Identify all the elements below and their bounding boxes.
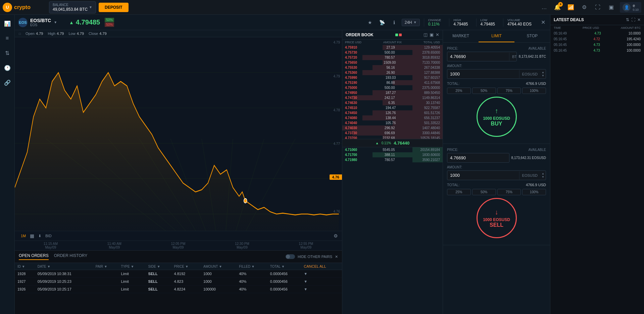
notifications-icon[interactable]: 🔔 8: [553, 3, 562, 12]
layout-icon[interactable]: ▣: [606, 3, 616, 12]
buy-pct-50[interactable]: 50%: [472, 88, 496, 94]
tab-stop[interactable]: STOP: [514, 30, 550, 42]
chart-type-bar-icon[interactable]: ▦: [28, 232, 36, 239]
ob-sell-row[interactable]: 4.74450 126.76 601.51726: [342, 110, 443, 115]
ob-sell-row[interactable]: 4.74040 105.76 501.33522: [342, 120, 443, 125]
buy-amount-arrows[interactable]: ▲▼: [540, 70, 546, 78]
logo[interactable]: U crypto: [3, 3, 46, 12]
table-row[interactable]: 1927 05/09/2019 10:25:23 Limit SELL 4.82…: [15, 278, 342, 285]
ld-expand-icon[interactable]: ⛶: [631, 17, 635, 22]
ob-sell-row[interactable]: 4.75000 500.00 2375.00000: [342, 85, 443, 90]
sell-pct-75[interactable]: 75%: [497, 189, 521, 195]
ld-sort-icon[interactable]: ⇅: [626, 17, 629, 22]
sidebar-item-history[interactable]: 🕐: [1, 62, 13, 74]
ob-sell-row[interactable]: 4.75730 500.00 2378.65000: [342, 50, 443, 55]
ob-sell-row[interactable]: 4.74030 296.92 1407.48040: [342, 125, 443, 130]
broadcast-icon[interactable]: 📡: [378, 18, 387, 27]
ob-sell-row[interactable]: 4.75530 56.16 267.04338: [342, 65, 443, 70]
ob-view-icon-1[interactable]: ◫: [424, 32, 428, 37]
buy-button[interactable]: ↑ 1000 EOSUSD BUY: [477, 97, 517, 137]
col-date[interactable]: DATE ▼: [35, 263, 93, 270]
nav-chevron-icon[interactable]: …: [539, 3, 549, 12]
order-expand-icon[interactable]: ▼: [301, 270, 342, 278]
list-item[interactable]: 05:16:49 4.73 10.0000: [550, 31, 644, 36]
ob-sell-row[interactable]: 4.74730 242.17 1149.86314: [342, 95, 443, 100]
user-area[interactable]: 👤 e 0.10: [620, 2, 641, 13]
ob-sell-row[interactable]: 4.74630 6.35 30.13740: [342, 100, 443, 105]
favorite-icon[interactable]: ★: [365, 18, 375, 27]
sell-amount-input[interactable]: [447, 171, 519, 180]
close-orders-icon[interactable]: ✕: [335, 255, 338, 259]
balance-section[interactable]: BALANCE 49,041,853.84 BTC ▼: [49, 1, 96, 13]
ob-sell-row[interactable]: 4.73730 696.69 3300.44846: [342, 130, 443, 136]
settings-icon[interactable]: ⚙: [580, 3, 589, 12]
chart-canvas[interactable]: 4.79 4.79 4.78 4.77 4.76 4.76 4.76: [15, 37, 342, 241]
tab-open-orders[interactable]: OPEN ORDERS: [19, 253, 49, 260]
ld-close-icon[interactable]: ✕: [637, 17, 641, 22]
info-icon[interactable]: ℹ: [390, 18, 399, 27]
ob-buy-row[interactable]: 4.71060 5545.05 20154.89184: [342, 147, 443, 152]
sell-price-input-wrap[interactable]: BTC ▲▼: [447, 153, 509, 163]
sidebar-item-list[interactable]: ≡: [1, 32, 13, 44]
ob-sell-row[interactable]: 4.75990 193.03 917.60157: [342, 75, 443, 80]
col-cancel-all[interactable]: CANCEL ALL: [301, 263, 342, 270]
sidebar-item-trade[interactable]: ⇅: [1, 47, 13, 59]
ob-sell-row[interactable]: 4.75360 26.90 127.88388: [342, 70, 443, 75]
buy-price-input-wrap[interactable]: BTC ▲▼: [447, 52, 517, 61]
sell-amount-input-wrap[interactable]: EOSUSD ▲▼: [447, 170, 546, 180]
list-item[interactable]: 05:16:45 4.73 100.0000: [550, 48, 644, 53]
ob-view-icon-2[interactable]: ▣: [430, 32, 434, 37]
cancel-all-button[interactable]: CANCEL ALL: [304, 264, 326, 268]
tab-order-history[interactable]: ORDER HISTORY: [54, 253, 88, 260]
col-price[interactable]: PRICE ▼: [171, 263, 201, 270]
tab-market[interactable]: MARKET: [443, 30, 479, 42]
ob-sell-row[interactable]: 4.74510 194.47 922.75587: [342, 105, 443, 110]
bid-label[interactable]: BID: [43, 233, 53, 239]
table-row[interactable]: 1928 05/09/2019 10:38:31 Limit SELL 4.81…: [15, 270, 342, 278]
ob-sell-row[interactable]: 4.75910 27.19 129.40554: [342, 45, 443, 50]
pair-selector[interactable]: EOS EOS/BTC EOS ▼: [18, 18, 65, 27]
buy-pct-100[interactable]: 100%: [522, 88, 546, 94]
balance-chevron-icon[interactable]: ▼: [89, 5, 92, 9]
timeframe-select[interactable]: 24H ▼: [402, 19, 420, 26]
chart-download-icon[interactable]: ⬇: [36, 233, 43, 239]
ob-sell-row[interactable]: 4.74080 138.44 656.31237: [342, 115, 443, 120]
ob-close-icon[interactable]: ✕: [436, 32, 439, 37]
tab-limit[interactable]: LIMIT: [479, 30, 514, 42]
sidebar-item-link[interactable]: 🔗: [1, 76, 13, 89]
signal-icon[interactable]: 📶: [566, 3, 576, 12]
chart-settings-icon[interactable]: ⚙: [334, 233, 338, 239]
hide-pairs-toggle[interactable]: [286, 254, 295, 259]
order-expand-icon[interactable]: ▼: [301, 278, 342, 285]
ob-buy-row[interactable]: 4.71980 780.57 3590.21027: [342, 157, 443, 162]
sell-amount-arrows[interactable]: ▲▼: [540, 171, 546, 179]
buy-price-input[interactable]: [447, 52, 509, 61]
sell-pct-100[interactable]: 100%: [522, 189, 546, 195]
ob-sell-row[interactable]: 4.75190 86.88 411.67568: [342, 80, 443, 85]
buy-amount-input[interactable]: [447, 69, 519, 78]
ob-sell-row[interactable]: 4.73700 2232.68 10576.18145: [342, 136, 443, 139]
sell-button[interactable]: ↓ 1000 EOSUSD SELL: [477, 198, 517, 238]
col-id[interactable]: ID ▼: [15, 263, 35, 270]
fullscreen-icon[interactable]: ⛶: [593, 3, 602, 12]
buy-pct-75[interactable]: 75%: [497, 88, 521, 94]
col-type[interactable]: TYPE ▼: [118, 263, 146, 270]
sidebar-item-chart[interactable]: 📊: [1, 17, 13, 30]
sell-pct-50[interactable]: 50%: [472, 189, 496, 195]
order-expand-icon[interactable]: ▼: [301, 285, 342, 293]
timeframe-1m-btn[interactable]: 1M: [19, 233, 28, 239]
buy-amount-input-wrap[interactable]: EOSUSD ▲▼: [447, 69, 546, 79]
list-item[interactable]: 05:16:45 4.73 100.0000: [550, 42, 644, 48]
ob-buy-row[interactable]: 4.71700 388.11 1830.60600: [342, 152, 443, 157]
list-item[interactable]: 05:16:45 4.72 195.4240: [550, 36, 644, 42]
pair-chevron-icon[interactable]: ▼: [54, 20, 57, 24]
col-amount[interactable]: AMOUNT ▼: [201, 263, 236, 270]
col-filled[interactable]: FILLED ▼: [236, 263, 267, 270]
ob-sell-row[interactable]: 4.75650 1509.00 7133.70000: [342, 60, 443, 65]
col-side[interactable]: SIDE ▼: [146, 263, 171, 270]
col-pair[interactable]: PAIR ▼: [93, 263, 118, 270]
table-row[interactable]: 1926 05/09/2019 10:25:17 Limit SELL 4.82…: [15, 285, 342, 293]
close-ticker-icon[interactable]: ✕: [540, 18, 547, 27]
ob-sell-row[interactable]: 4.75720 780.57 3018.85932: [342, 55, 443, 60]
col-total[interactable]: TOTAL ▼: [267, 263, 301, 270]
